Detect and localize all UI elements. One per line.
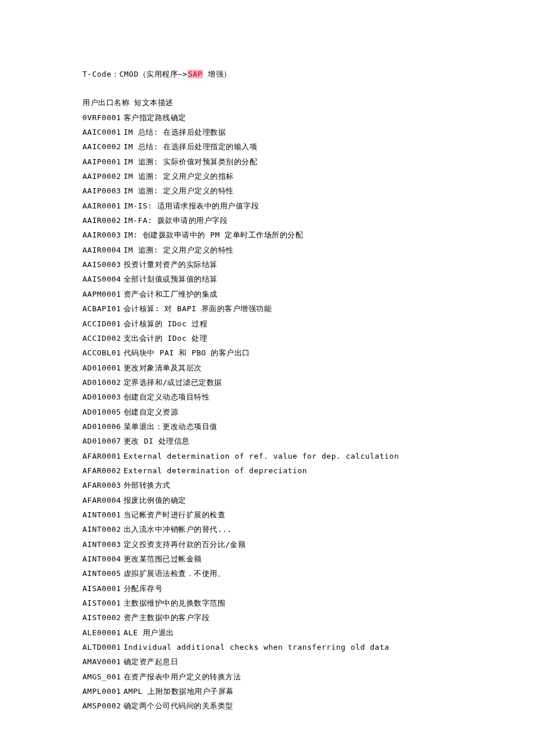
exit-description: IM 追溯: 定义用户定义的特性 [124,246,234,254]
exit-code: AAIR0002 [82,216,121,225]
exit-code: AIST0001 [82,599,121,607]
exit-description: IM 追溯: 定义用户定义的指标 [124,172,234,181]
exit-description: 在资产报表中用户定义的转换方法 [124,672,241,681]
title-highlight: SAP [187,70,203,78]
title-suffix: 增强） [203,70,232,78]
table-row: AAIR0003IM: 创建拨款申请中的 PM 定单时工作场所的分配 [82,228,464,242]
exit-code: AD010001 [82,363,121,372]
exit-code: AFAR0003 [82,481,121,489]
table-row: AINT0002出入流水中冲销帐户的替代... [82,522,464,537]
exit-code: AINT0002 [82,525,121,534]
table-row: AINT0003定义投资支持再付款的百分比/金额 [82,537,464,552]
exit-description: 当记帐资产时进行扩展的检查 [124,510,226,519]
table-row: AINT0001当记帐资产时进行扩展的检查 [82,507,464,522]
exit-code: AFAR0001 [82,452,121,460]
table-row: AINT0005虚拟扩展语法检查．不使用。 [82,566,464,581]
exit-code: AAIR0003 [82,231,121,239]
exit-description: 资产主数据中的客户字段 [124,613,210,622]
table-row: AMAV0001确定资产起息日 [82,654,464,669]
exit-description: 会计核算的 IDoc 过程 [124,319,207,328]
exit-description: 确定两个公司代码间的关系类型 [124,701,233,710]
exit-code: AFAR0004 [82,496,121,505]
exit-description: 创建自定义资源 [124,408,179,416]
table-row: AISA0001分配库存号 [82,581,464,596]
table-row: AIST0001主数据维护中的兑换数字范围 [82,596,464,610]
exit-description: 分配库存号 [124,584,163,593]
exit-description: 支出会计的 IDoc 处理 [124,334,207,343]
table-row: ALE00001ALE 用户退出 [82,625,464,640]
exit-description: 客户指定路线确定 [124,113,186,122]
table-row: 0VRF0001客户指定路线确定 [82,110,464,125]
exit-code: AD010005 [82,408,121,416]
table-row: AAIR0002IM-FA: 拨款申请的用户字段 [82,213,464,228]
exit-code: AIST0002 [82,613,121,622]
exit-description: 投资计量对资产的实际结算 [124,260,218,269]
exit-description: IM-FA: 拨款申请的用户字段 [124,216,228,225]
exit-description: IM: 创建拨款申请中的 PM 定单时工作场所的分配 [124,231,304,239]
exit-description: IM 追溯: 定义用户定义的特性 [124,186,234,195]
exit-code: ACCID001 [82,319,121,328]
exit-description: External determination of ref. value for… [124,452,399,460]
exit-description: IM 追溯: 实际价值对预算类别的分配 [124,157,258,166]
table-row: AFAR0004报废比例值的确定 [82,493,464,507]
exit-code: ALTD0001 [82,643,121,651]
exit-description: Individual additional checks when transf… [124,643,389,651]
exit-code: AINT0005 [82,569,121,578]
exit-code: AINT0004 [82,555,121,563]
rows-container: 0VRF0001客户指定路线确定AAIC0001IM 总结: 在选择后处理数据A… [82,110,464,714]
table-row: ALTD0001Individual additional checks whe… [82,640,464,654]
table-row: AAIR0001IM-IS: 适用请求报表中的用户值字段 [82,199,464,213]
exit-description: 全部计划值或预算值的结算 [124,275,218,283]
table-row: AAIC0001IM 总结: 在选择后处理数据 [82,125,464,139]
table-row: AD010003创建自定义动态项目特性 [82,390,464,404]
table-row: AAIP0001IM 追溯: 实际价值对预算类别的分配 [82,154,464,169]
exit-code: AAPM0001 [82,290,121,298]
title-line: T-Code：CMOD（实用程序—>SAP 增强） [82,67,464,81]
table-row: ACBAPI01会计核算: 对 BAPI 界面的客户增强功能 [82,301,464,316]
exit-code: AAIS0003 [82,260,121,269]
exit-description: 确定资产起息日 [124,657,179,666]
exit-code: ACBAPI01 [82,304,121,313]
exit-description: 更改 DI 处理信息 [124,437,190,445]
table-row: ACCID002支出会计的 IDoc 处理 [82,331,464,345]
table-row: AD010001更改对象清单及其层次 [82,361,464,375]
table-row: AFAR0003外部转换方式 [82,478,464,492]
exit-code: AAIP0003 [82,186,121,195]
table-row: AD010002定界选择和/或过滤已定数据 [82,375,464,390]
table-row: AIST0002资产主数据中的客户字段 [82,610,464,625]
exit-description: 出入流水中冲销帐户的替代... [124,525,232,534]
table-row: AMGS_001在资产报表中用户定义的转换方法 [82,669,464,684]
exit-description: 菜单退出：更改动态项目值 [124,422,218,431]
exit-code: ACCOBL01 [82,348,121,357]
exit-code: AAIR0004 [82,246,121,254]
exit-description: 更改对象清单及其层次 [124,363,202,372]
exit-description: 代码块中 PAI 和 PBO 的客户出口 [124,348,250,357]
exit-code: AINT0001 [82,510,121,519]
table-row: ACCID001会计核算的 IDoc 过程 [82,316,464,331]
exit-description: 更改某范围已过帐金额 [124,555,202,563]
exit-code: AAIC0002 [82,142,121,151]
table-row: AD010005创建自定义资源 [82,405,464,419]
exit-code: AAIC0001 [82,128,121,136]
exit-description: IM 总结: 在选择后处理数据 [124,128,226,136]
exit-code: AD010003 [82,393,121,401]
exit-description: 创建自定义动态项目特性 [124,393,210,401]
exit-description: 虚拟扩展语法检查．不使用。 [124,569,226,578]
table-row: AD010007更改 DI 处理信息 [82,434,464,448]
table-row: AAIS0003投资计量对资产的实际结算 [82,257,464,272]
table-row: AAIC0002IM 总结: 在选择后处理指定的输入项 [82,139,464,154]
table-row: AINT0004更改某范围已过帐金额 [82,552,464,566]
exit-code: ACCID002 [82,334,121,343]
exit-code: 0VRF0001 [82,113,121,122]
exit-description: IM 总结: 在选择后处理指定的输入项 [124,142,258,151]
exit-code: AD010007 [82,437,121,445]
table-row: AAIP0003IM 追溯: 定义用户定义的特性 [82,183,464,198]
exit-code: AFAR0002 [82,466,121,475]
exit-code: ALE00001 [82,628,121,637]
exit-description: 定界选择和/或过滤已定数据 [124,378,222,387]
table-row: AFAR0002External determination of deprec… [82,463,464,478]
exit-description: 报废比例值的确定 [124,496,186,505]
exit-description: ALE 用户退出 [124,628,174,637]
table-row: AMSP0002确定两个公司代码间的关系类型 [82,699,464,713]
exit-description: 资产会计和工厂维护的集成 [124,290,218,298]
